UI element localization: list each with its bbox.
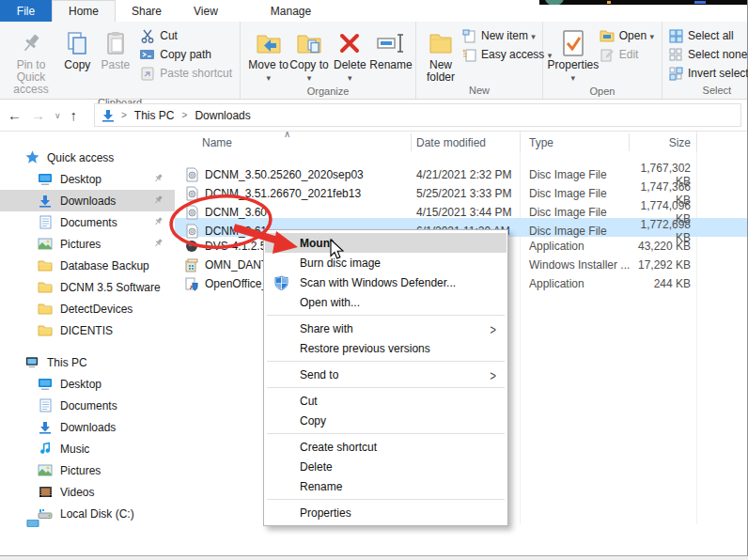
dropdown-icon: ▾ (649, 32, 654, 41)
disc-file-icon (184, 186, 199, 201)
menu-item-label: Restore previous versions (300, 342, 430, 355)
file-name: OpenOffice_ (205, 277, 268, 290)
sidebar-item-detectdevices[interactable]: DetectDevices (0, 298, 175, 319)
context-menu-item-send-to[interactable]: Send to> (265, 365, 506, 384)
menu-item-label: Cut (300, 395, 318, 408)
ribbon-group-organize: Move to ▾ Copy to ▾ Delete▾ (241, 22, 416, 99)
context-menu-item-share-with[interactable]: Share with> (265, 319, 506, 338)
disc-file-icon (184, 224, 199, 239)
back-button[interactable]: ← (8, 107, 22, 123)
pin-to-quick-access-button[interactable]: Pin to Quick access (4, 25, 58, 96)
menu-item-label: Send to (300, 368, 338, 381)
context-menu-item-copy[interactable]: Copy (265, 411, 506, 430)
sidebar-item-local-disk-c[interactable]: Local Disk (C:) (0, 503, 175, 524)
sidebar-item-label: DCNM 3.5 Software (60, 281, 161, 294)
context-menu-item-delete[interactable]: Delete (265, 457, 506, 476)
open-button[interactable]: Open ▾ (600, 28, 654, 43)
file-row-dcnm-3-60[interactable]: DCNM_3.604/15/2021 3:44 PMDisc Image Fil… (175, 199, 747, 218)
forward-button[interactable]: → (31, 107, 45, 123)
sidebar-item-videos[interactable]: Videos (0, 481, 175, 503)
sidebar-item-downloads[interactable]: Downloads (0, 416, 175, 438)
context-menu-item-create-shortcut[interactable]: Create shortcut (265, 437, 506, 457)
breadcrumb-chevron: > (182, 110, 188, 120)
sidebar-item-database-backup[interactable]: Database Backup (0, 255, 175, 276)
sidebar-item-desktop[interactable]: Desktop (0, 373, 175, 395)
drive-c-icon (38, 506, 53, 521)
sidebar-item-documents[interactable]: Documents (0, 211, 175, 233)
invert-selection-button[interactable]: Invert selection (668, 66, 748, 81)
file-row-dcnm-3-51-26670-2021feb13[interactable]: DCNM_3.51.26670_2021feb135/25/2021 3:33 … (175, 180, 747, 199)
breadcrumb-downloads[interactable]: Downloads (193, 109, 252, 122)
sort-ascending-icon: ∧ (284, 129, 290, 139)
paste-shortcut-button[interactable]: Paste shortcut (140, 66, 232, 81)
tab-share[interactable]: Share (116, 0, 178, 22)
column-header-name[interactable]: Name (175, 136, 416, 149)
sidebar-item-pictures[interactable]: Pictures (0, 459, 175, 481)
easy-access-button[interactable]: Easy access ▾ (461, 47, 552, 62)
move-to-button[interactable]: Move to ▾ (248, 25, 288, 85)
context-menu-item-open-with[interactable]: Open with... (265, 292, 506, 312)
pc-icon (24, 355, 39, 370)
sidebar-item-downloads[interactable]: Downloads (0, 190, 175, 211)
copy-path-button[interactable]: Copy path (140, 47, 232, 62)
select-none-button[interactable]: Select none (668, 47, 748, 62)
breadcrumb-this-pc[interactable]: This PC (132, 109, 177, 122)
paste-button[interactable]: Paste (97, 25, 135, 71)
file-type: Application (529, 240, 634, 253)
navigation-pane: Quick accessDesktopDownloadsDocumentsPic… (0, 132, 175, 524)
copy-button[interactable]: Copy (58, 25, 97, 71)
new-folder-button[interactable]: New folder (420, 25, 461, 84)
sidebar-item-label: Desktop (60, 378, 101, 391)
file-type: Windows Installer ... (529, 258, 634, 272)
sidebar-item-music[interactable]: Music (0, 438, 175, 459)
background-dot-blue (694, 1, 706, 4)
new-item-button[interactable]: New item ▾ (461, 28, 552, 43)
context-menu-item-mount[interactable]: Mount (265, 233, 506, 253)
menu-separator (267, 361, 505, 362)
sidebar-section-this-pc[interactable]: This PC (0, 351, 175, 373)
dropdown-icon: ▾ (307, 73, 312, 83)
tab-home[interactable]: Home (52, 0, 116, 22)
sidebar-item-documents[interactable]: Documents (0, 395, 175, 416)
invert-selection-label: Invert selection (688, 67, 748, 80)
context-menu-item-cut[interactable]: Cut (265, 391, 506, 411)
sidebar-item-label: Downloads (60, 194, 116, 208)
sidebar-item-dcnm-3-5-software[interactable]: DCNM 3.5 Software (0, 276, 175, 298)
disc-file-icon (184, 205, 199, 220)
tab-manage[interactable]: Manage (255, 0, 327, 22)
sidebar-item-label: Desktop (60, 173, 101, 186)
rename-button[interactable]: Rename (370, 25, 412, 71)
tab-view[interactable]: View (178, 0, 234, 22)
copy-to-label: Copy to ▾ (288, 59, 329, 85)
rename-label: Rename (369, 59, 412, 71)
file-row-dcnm-3-50-25260-2020sep03[interactable]: DCNM_3.50.25260_2020sep034/21/2021 2:32 … (175, 162, 747, 180)
column-header-type[interactable]: Type (529, 136, 634, 149)
select-all-button[interactable]: Select all (668, 28, 748, 43)
file-type: Disc Image File (529, 168, 634, 181)
up-button[interactable]: ↑ (70, 107, 78, 123)
context-menu-item-scan-with-windows-defender[interactable]: Scan with Windows Defender... (265, 272, 506, 292)
sidebar-item-pictures[interactable]: Pictures (0, 233, 175, 255)
context-menu-item-restore-previous-versions[interactable]: Restore previous versions (265, 338, 506, 358)
context-menu-item-properties[interactable]: Properties (265, 503, 506, 522)
sidebar-item-label: DICENTIS (60, 324, 113, 337)
paste-icon (103, 27, 128, 59)
copy-to-button[interactable]: Copy to ▾ (288, 25, 329, 85)
column-header-size[interactable]: Size (634, 136, 691, 149)
cut-button[interactable]: Cut (140, 28, 232, 43)
edit-button[interactable]: Edit (600, 47, 654, 62)
sidebar-section-quick-access[interactable]: Quick access (0, 147, 175, 168)
context-menu-item-burn-disc-image[interactable]: Burn disc image (265, 253, 506, 272)
properties-button[interactable]: Properties▾ (547, 25, 600, 85)
menu-item-label: Open with... (300, 296, 360, 309)
copy-icon (65, 27, 89, 59)
delete-button[interactable]: Delete▾ (330, 25, 370, 85)
sidebar-item-desktop[interactable]: Desktop (0, 168, 175, 190)
column-header-date-modified[interactable]: Date modified (416, 136, 529, 149)
sidebar-item-dicentis[interactable]: DICENTIS (0, 319, 175, 341)
recent-locations-icon[interactable]: ∨ (55, 111, 61, 120)
context-menu-item-rename[interactable]: Rename (265, 476, 506, 496)
menu-item-label: Delete (300, 460, 333, 474)
address-input[interactable]: > This PC > Downloads (94, 103, 741, 127)
tab-file[interactable]: File (0, 0, 52, 22)
